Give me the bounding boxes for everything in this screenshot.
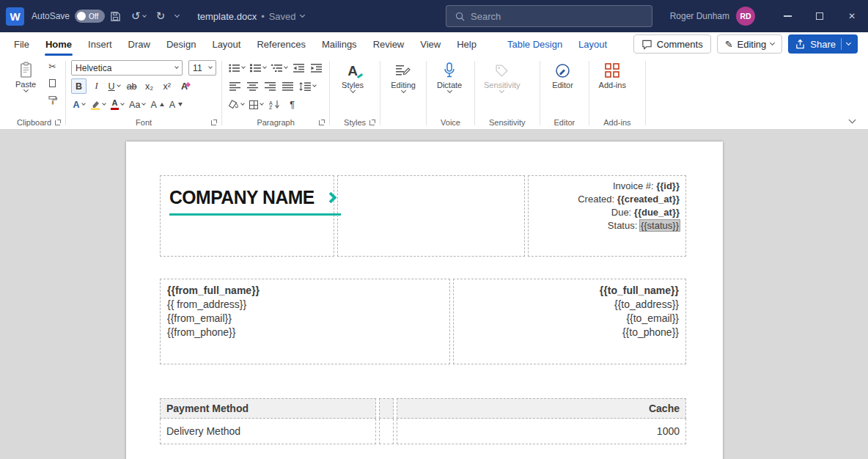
search-input[interactable]: Search <box>446 5 652 27</box>
save-status: Saved <box>269 11 296 22</box>
align-left-button[interactable] <box>227 78 243 94</box>
editing-mode-button[interactable]: ✎ Editing <box>717 34 783 54</box>
text-effects-button[interactable]: A <box>71 97 87 112</box>
tab-table-design[interactable]: Table Design <box>499 32 570 56</box>
increase-indent-button[interactable] <box>309 60 324 76</box>
tab-home[interactable]: Home <box>37 32 80 56</box>
invoice-meta-cell[interactable]: Invoice #: {{id}} Created: {{created_at}… <box>528 175 686 257</box>
redo-button[interactable]: ↻ <box>151 0 171 32</box>
change-case-button[interactable]: Aa <box>128 97 147 112</box>
cut-button[interactable]: ✂ <box>45 59 60 74</box>
tab-mailings[interactable]: Mailings <box>314 32 365 56</box>
paragraph-dialog-launcher[interactable] <box>319 120 324 125</box>
user-name[interactable]: Roger Dunham <box>670 11 729 21</box>
tab-layout-contextual[interactable]: Layout <box>570 32 615 56</box>
sort-button[interactable]: AZ <box>267 97 282 112</box>
multilevel-list-button[interactable] <box>270 60 289 76</box>
copy-button[interactable] <box>45 76 60 91</box>
tab-insert[interactable]: Insert <box>80 32 120 56</box>
dictate-button[interactable]: Dictate <box>432 59 467 94</box>
editing-button[interactable]: Editing <box>386 59 421 94</box>
grow-font-button[interactable]: A <box>149 97 165 112</box>
comments-icon <box>641 39 652 50</box>
editor-button[interactable]: Editor <box>545 59 581 91</box>
payment-amount-value[interactable]: 1000 <box>397 419 686 444</box>
empty-cell[interactable] <box>337 175 525 257</box>
font-color-button[interactable]: A <box>109 97 125 112</box>
justify-button[interactable] <box>280 78 295 94</box>
share-button[interactable]: Share <box>788 34 858 54</box>
maximize-button[interactable] <box>803 0 836 32</box>
shading-button[interactable] <box>227 97 246 112</box>
sensitivity-group: Sensitivity Sensitivity <box>477 57 538 129</box>
document-page[interactable]: COMPANY NAME Invoice #: {{id}} Created: … <box>126 142 723 459</box>
paste-button[interactable]: Paste <box>8 59 43 93</box>
to-block[interactable]: {{to_full_name}} {{to_address}} {{to_ema… <box>453 279 686 364</box>
tab-help[interactable]: Help <box>449 32 485 56</box>
tab-file[interactable]: File <box>6 32 37 56</box>
borders-button[interactable] <box>248 97 265 112</box>
align-right-button[interactable] <box>262 78 278 94</box>
document-canvas[interactable]: COMPANY NAME Invoice #: {{id}} Created: … <box>0 130 868 459</box>
tab-references[interactable]: References <box>249 32 313 56</box>
tab-layout[interactable]: Layout <box>204 32 249 56</box>
document-name: template.docx <box>197 11 257 22</box>
italic-button[interactable]: I <box>89 78 104 94</box>
editor-icon <box>555 63 570 78</box>
tab-review[interactable]: Review <box>365 32 413 56</box>
title-separator: • <box>261 11 265 22</box>
search-placeholder: Search <box>471 11 501 22</box>
logo-cell[interactable]: COMPANY NAME <box>160 175 334 257</box>
subscript-button[interactable]: x₂ <box>141 78 157 94</box>
show-formatting-button[interactable]: ¶ <box>284 97 300 112</box>
from-block[interactable]: {{from_full_name}} {{ from_address}} {{f… <box>160 279 450 364</box>
titlebar-right: Roger Dunham RD ✕ <box>670 0 868 32</box>
minimize-button[interactable] <box>771 0 803 32</box>
bold-button[interactable]: B <box>71 78 87 94</box>
shrink-font-button[interactable]: A <box>168 97 184 112</box>
payment-spacer-cell[interactable] <box>379 419 394 444</box>
payment-spacer-cell[interactable] <box>379 398 394 419</box>
superscript-button[interactable]: x² <box>159 78 174 94</box>
payment-method-value[interactable]: Delivery Method <box>160 419 376 444</box>
styles-button[interactable]: A Styles <box>335 59 370 94</box>
underline-button[interactable]: U <box>106 78 122 94</box>
tab-design[interactable]: Design <box>158 32 204 56</box>
document-title[interactable]: template.docx • Saved <box>197 11 304 22</box>
font-dialog-launcher[interactable] <box>211 120 216 125</box>
clipboard-dialog-launcher[interactable] <box>55 120 60 125</box>
tab-view[interactable]: View <box>412 32 449 56</box>
avatar[interactable]: RD <box>736 7 755 26</box>
company-name-text: COMPANY NAME <box>169 186 315 209</box>
line-spacing-button[interactable] <box>298 78 317 94</box>
multilevel-list-icon <box>271 64 282 73</box>
sensitivity-button[interactable]: Sensitivity <box>480 59 524 94</box>
quick-access-more-button[interactable] <box>170 0 184 32</box>
word-logo-icon[interactable]: W <box>6 7 24 26</box>
numbering-button[interactable] <box>249 60 268 76</box>
toggle-knob-icon <box>77 12 86 21</box>
save-button[interactable] <box>105 0 126 32</box>
align-center-button[interactable] <box>245 78 260 94</box>
bullets-button[interactable] <box>227 60 246 76</box>
borders-icon <box>249 100 258 109</box>
format-painter-button[interactable] <box>45 92 60 108</box>
font-size-select[interactable]: 11 <box>188 60 216 76</box>
addins-button[interactable]: Add-ins <box>595 59 630 91</box>
payment-amount-header[interactable]: Cache <box>397 398 686 419</box>
redo-icon: ↻ <box>156 10 166 23</box>
close-button[interactable]: ✕ <box>836 0 868 32</box>
autosave-toggle[interactable]: Off <box>75 10 105 23</box>
decrease-indent-button[interactable] <box>291 60 306 76</box>
styles-dialog-launcher[interactable] <box>369 120 375 125</box>
payment-method-header[interactable]: Payment Method <box>160 398 376 419</box>
font-name-select[interactable]: Helvetica <box>71 60 183 76</box>
comments-button[interactable]: Comments <box>633 34 711 54</box>
tab-draw[interactable]: Draw <box>120 32 158 56</box>
clear-formatting-button[interactable]: A <box>177 78 192 94</box>
collapse-ribbon-button[interactable] <box>849 117 856 124</box>
highlight-color-button[interactable] <box>89 97 107 112</box>
strikethrough-button[interactable]: ab <box>124 78 139 94</box>
payment-table: Payment Method Cache Delivery Method 100… <box>160 398 686 444</box>
undo-button[interactable]: ↺ <box>126 0 151 32</box>
